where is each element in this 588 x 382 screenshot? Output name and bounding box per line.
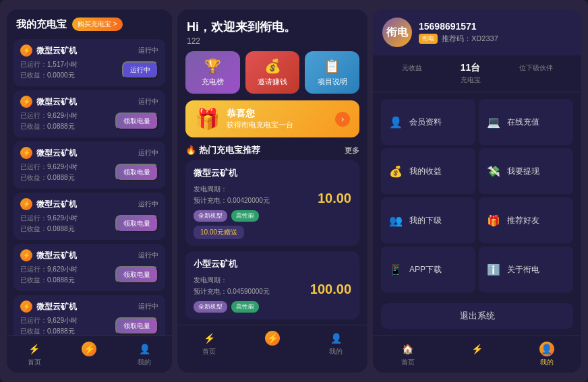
machine-item: ⚡ 微型云矿机 运行中 已运行：9,629小时 已收益：0.0888元 领取电量 — [13, 295, 165, 336]
menu-icon: 📱 — [388, 263, 404, 276]
machine-status: 运行中 — [138, 97, 158, 106]
nav-label: 首页 — [28, 358, 41, 367]
machine-status: 运行中 — [138, 251, 158, 260]
menu-item-0[interactable]: 👤 会员资料 — [381, 99, 475, 145]
stat-item-0: 元收益 — [402, 62, 422, 85]
quick-action-btn-1[interactable]: 💰 邀请赚钱 — [245, 51, 300, 94]
product-price: 100.00 — [310, 282, 351, 297]
nav-icon: 👤 — [328, 331, 343, 346]
machine-action-btn[interactable]: 领取电量 — [115, 317, 158, 335]
machine-item: ⚡ 微型云矿机 运行中 已运行：9,629小时 已收益：0.0888元 领取电量 — [13, 141, 165, 189]
product-tag: 高性能 — [231, 301, 259, 313]
machine-status: 运行中 — [138, 46, 158, 55]
menu-item-2[interactable]: 💰 我的收益 — [381, 148, 475, 194]
nav-label: 我的 — [329, 347, 343, 356]
promo-title: 恭喜您 — [227, 108, 293, 120]
menu-label: APP下载 — [409, 264, 442, 276]
nav-icon: 👤 — [137, 342, 152, 356]
ref-badge: 衔电 — [419, 34, 438, 44]
product-price: 10.00 — [318, 191, 351, 206]
machine-icon: ⚡ — [20, 147, 32, 159]
nav-label: 我的 — [138, 358, 151, 367]
machine-icon: ⚡ — [20, 44, 32, 57]
logout-button[interactable]: 退出系统 — [381, 303, 573, 329]
machine-item: ⚡ 微型云矿机 运行中 已运行：9,629小时 已收益：0.0888元 领取电量 — [13, 244, 165, 291]
quick-action-btn-0[interactable]: 🏆 充电榜 — [185, 51, 240, 94]
menu-item-6[interactable]: 📱 APP下载 — [381, 247, 475, 292]
buy-button[interactable]: 购买充电宝 > — [72, 18, 123, 31]
machine-name: 微型云矿机 — [36, 148, 77, 159]
quick-action-btn-2[interactable]: 📋 项目说明 — [305, 51, 359, 94]
nav-label: 首页 — [202, 347, 216, 356]
menu-item-3[interactable]: 💸 我要提现 — [479, 148, 573, 194]
quick-actions: 🏆 充电榜 💰 邀请赚钱 📋 项目说明 — [177, 51, 368, 100]
mid-nav-item-2[interactable]: 👤 我的 — [328, 331, 343, 356]
section-title: 🔥 热门充电宝推荐 更多 — [177, 144, 368, 160]
promo-text: 恭喜您 获得衔电充电宝一台 — [227, 108, 293, 130]
left-nav-item-1[interactable]: ⚡ — [82, 342, 96, 367]
nav-icon: ⚡ — [82, 342, 96, 356]
nav-icon: ⚡ — [202, 331, 216, 346]
left-bottom-nav: ⚡ 首页 ⚡ 👤 我的 — [7, 336, 172, 373]
mid-nav-item-0[interactable]: ⚡ 首页 — [202, 331, 216, 356]
machine-stats: 已运行：9,629小时 已收益：0.0888元 — [20, 315, 78, 336]
left-nav-item-0[interactable]: ⚡ 首页 — [27, 342, 42, 367]
nav-icon: ⚡ — [470, 342, 485, 356]
machine-action-btn[interactable]: 运行中 — [122, 61, 158, 79]
machine-icon: ⚡ — [20, 96, 32, 108]
promo-arrow[interactable]: › — [335, 112, 350, 127]
machine-stats: 已运行：9,629小时 已收益：0.0888元 — [20, 213, 78, 234]
menu-icon: 👥 — [388, 214, 404, 227]
product-badge: 10.00元赠送 — [194, 226, 244, 239]
promo-banner: 🎁 恭喜您 获得衔电充电宝一台 › — [185, 100, 359, 137]
machine-stats: 已运行：9,629小时 已收益：0.0888元 — [20, 162, 78, 183]
machine-name: 微型云矿机 — [36, 199, 77, 210]
right-bottom-nav: 🏠 首页 ⚡ 👤 我的 — [373, 336, 581, 373]
product-details: 发电周期： 预计充电：0.04590000元 — [194, 274, 270, 297]
product-name: 微型云矿机 — [194, 167, 351, 179]
machine-item: ⚡ 微型云矿机 运行中 已运行：9,629小时 已收益：0.0888元 领取电量 — [13, 193, 165, 240]
more-link[interactable]: 更多 — [345, 146, 359, 156]
quick-icon: 🏆 — [204, 58, 221, 74]
stat-item-2: 位下级伙伴 — [519, 62, 553, 85]
right-nav-item-1[interactable]: ⚡ — [470, 342, 485, 367]
machine-name: 微型云矿机 — [36, 250, 77, 261]
stat-label: 元收益 — [402, 63, 422, 73]
machine-action-btn[interactable]: 领取电量 — [115, 164, 158, 181]
quick-label: 项目说明 — [318, 77, 347, 87]
app-wrapper: 我的充电宝 购买充电宝 > ⚡ 微型云矿机 运行中 已运行：1,517小时 已收… — [0, 0, 588, 382]
menu-item-4[interactable]: 👥 我的下级 — [381, 197, 475, 243]
left-nav-item-2[interactable]: 👤 我的 — [137, 342, 152, 367]
machine-action-btn[interactable]: 领取电量 — [115, 215, 158, 232]
menu-icon: 💸 — [486, 165, 502, 178]
stat-label: 位下级伙伴 — [519, 63, 553, 73]
machine-icon: ⚡ — [20, 249, 32, 261]
machine-stats: 已运行：9,629小时 已收益：0.0888元 — [20, 264, 78, 286]
menu-label: 在线充值 — [507, 117, 539, 128]
phone-number: 15698691571 — [419, 21, 498, 32]
machine-item: ⚡ 微型云矿机 运行中 已运行：9,629小时 已收益：0.0888元 领取电量 — [13, 90, 165, 137]
right-nav-item-0[interactable]: 🏠 首页 — [401, 342, 415, 367]
menu-item-5[interactable]: 🎁 推荐好友 — [479, 197, 573, 243]
nav-icon: 🏠 — [401, 342, 415, 356]
product-tags: 全新机型高性能 — [194, 301, 351, 313]
nav-icon: ⚡ — [27, 342, 42, 356]
mid-nav-item-1[interactable]: ⚡ — [265, 331, 280, 356]
machine-name: 微型云矿机 — [36, 96, 77, 108]
right-nav-item-2[interactable]: 👤 我的 — [539, 342, 554, 367]
product-card-0: 微型云矿机 发电周期： 预计充电：0.00420000元 10.00 全新机型高… — [185, 160, 359, 246]
user-info: 15698691571 衔电 推荐码：XD2337 — [419, 21, 498, 44]
menu-item-7[interactable]: ℹ️ 关于衔电 — [479, 247, 573, 292]
menu-icon: 🎁 — [486, 214, 502, 227]
machine-status: 运行中 — [138, 199, 158, 209]
stats-row: 元收益 11台 充电宝 位下级伙伴 — [373, 55, 581, 92]
menu-label: 我的下级 — [409, 215, 442, 226]
user-id: 122 — [187, 36, 358, 46]
stat-value: 11台 — [461, 62, 481, 74]
machine-action-btn[interactable]: 领取电量 — [115, 113, 158, 130]
left-panel: 我的充电宝 购买充电宝 > ⚡ 微型云矿机 运行中 已运行：1,517小时 已收… — [7, 9, 172, 373]
machine-action-btn[interactable]: 领取电量 — [115, 266, 158, 284]
menu-icon: 💻 — [486, 116, 502, 129]
product-card-1: 小型云矿机 发电周期： 预计充电：0.04590000元 100.00 全新机型… — [185, 251, 359, 319]
menu-item-1[interactable]: 💻 在线充值 — [479, 99, 573, 145]
